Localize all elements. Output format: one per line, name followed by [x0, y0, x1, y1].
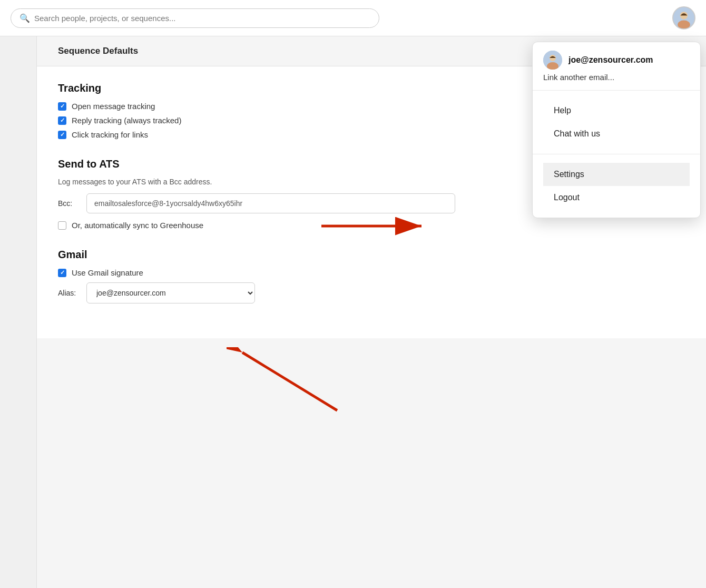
greenhouse-checkbox[interactable]: [58, 221, 66, 230]
search-bar[interactable]: 🔍: [11, 8, 379, 28]
alias-select[interactable]: joe@zensourcer.com: [86, 282, 255, 303]
search-icon: 🔍: [19, 13, 30, 23]
arrow-up-left: [227, 347, 342, 416]
greenhouse-label: Or, automatically sync to Greenhouse: [72, 221, 203, 230]
gmail-signature-label: Use Gmail signature: [72, 268, 143, 277]
dropdown-user-row: joe@zensourcer.com: [543, 51, 690, 70]
click-tracking-checkbox[interactable]: [58, 131, 66, 139]
gmail-signature-row: Use Gmail signature: [58, 268, 685, 277]
link-another-email[interactable]: Link another email...: [543, 73, 690, 82]
dropdown-user-section: joe@zensourcer.com Link another email...: [533, 42, 700, 91]
dropdown-settings[interactable]: Settings: [543, 163, 690, 186]
alias-label: Alias:: [58, 289, 79, 297]
avatar-button[interactable]: [672, 6, 695, 30]
sidebar-left: [0, 36, 37, 588]
dropdown-help[interactable]: Help: [543, 99, 690, 122]
search-input[interactable]: [34, 14, 370, 23]
svg-line-7: [242, 352, 337, 410]
dropdown-logout[interactable]: Logout: [543, 186, 690, 209]
bcc-label: Bcc:: [58, 199, 79, 208]
header: 🔍: [0, 0, 706, 36]
click-tracking-label: Click tracking for links: [72, 130, 148, 139]
reply-tracking-label: Reply tracking (always tracked): [72, 116, 181, 125]
dropdown-menu: joe@zensourcer.com Link another email...…: [532, 42, 701, 218]
svg-point-2: [678, 21, 690, 29]
reply-tracking-checkbox[interactable]: [58, 116, 66, 125]
dropdown-user-email: joe@zensourcer.com: [568, 55, 653, 65]
arrow-right: [316, 205, 432, 247]
alias-field-row: Alias: joe@zensourcer.com: [58, 282, 685, 303]
gmail-section: Gmail Use Gmail signature Alias: joe@zen…: [58, 249, 685, 303]
main-layout: Sequence Defaults Tracking Open message …: [0, 36, 706, 588]
avatar-image: [673, 6, 694, 30]
card-title: Sequence Defaults: [58, 46, 138, 56]
dropdown-help-section: Help Chat with us: [533, 91, 700, 154]
gmail-title: Gmail: [58, 249, 685, 261]
dropdown-chat-with-us[interactable]: Chat with us: [543, 122, 690, 145]
open-message-label: Open message tracking: [72, 102, 155, 111]
dropdown-avatar: [543, 51, 562, 70]
open-message-checkbox[interactable]: [58, 102, 66, 111]
content-area: Sequence Defaults Tracking Open message …: [37, 36, 706, 588]
gmail-signature-checkbox[interactable]: [58, 269, 66, 277]
dropdown-settings-section: Settings Logout: [533, 154, 700, 218]
